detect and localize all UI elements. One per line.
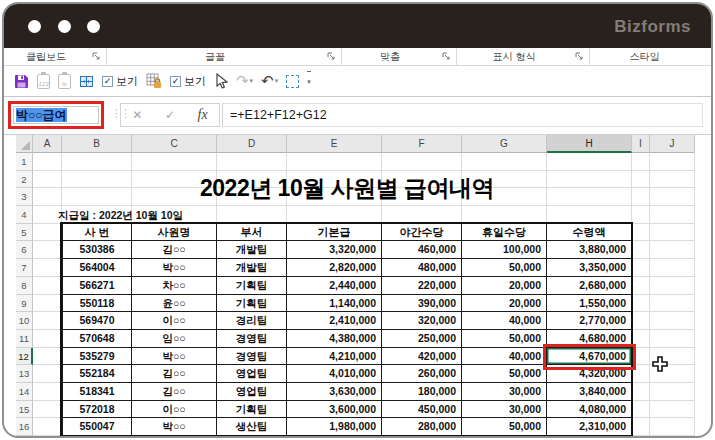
cell-C12[interactable]: 박○○ bbox=[132, 348, 217, 366]
cell-G2[interactable] bbox=[462, 171, 547, 189]
cell-C13[interactable]: 김○○ bbox=[132, 365, 217, 383]
row-header-10[interactable]: 10 bbox=[16, 312, 33, 330]
cell-J13[interactable] bbox=[650, 365, 695, 383]
cell-B16[interactable]: 550047 bbox=[62, 418, 132, 436]
ribbon-group-font[interactable]: 글꼴 bbox=[107, 48, 342, 66]
cell-J12[interactable] bbox=[650, 348, 695, 366]
ribbon-group-clipboard[interactable]: 클립보드 bbox=[4, 48, 107, 66]
selection-expand-button[interactable] bbox=[286, 71, 299, 91]
cell-E6[interactable]: 3,320,000 bbox=[287, 241, 382, 259]
cell-D4[interactable] bbox=[217, 206, 287, 224]
cell-D16[interactable]: 생산팀 bbox=[217, 418, 287, 436]
cell-H3[interactable] bbox=[547, 188, 632, 206]
cell-I17[interactable] bbox=[632, 436, 650, 438]
cell-D15[interactable]: 기획팀 bbox=[217, 401, 287, 419]
cell-H4[interactable] bbox=[547, 206, 632, 224]
cell-G9[interactable]: 20,000 bbox=[462, 295, 547, 313]
cell-F8[interactable]: 220,000 bbox=[382, 277, 462, 295]
cell-G7[interactable]: 50,000 bbox=[462, 259, 547, 277]
cell-J14[interactable] bbox=[650, 383, 695, 401]
cell-I5[interactable] bbox=[632, 224, 650, 242]
cell-C5[interactable]: 사원명 bbox=[132, 224, 217, 242]
cell-A4[interactable] bbox=[33, 206, 62, 224]
dialog-launcher-icon[interactable] bbox=[575, 52, 584, 61]
cell-F16[interactable]: 280,000 bbox=[382, 418, 462, 436]
row-header-4[interactable]: 4 bbox=[16, 206, 33, 224]
paste-formula-button[interactable]: fx bbox=[58, 71, 71, 91]
select-all-corner[interactable] bbox=[16, 135, 33, 153]
formula-input[interactable]: =+E12+F12+G12 bbox=[222, 103, 703, 127]
row-header-11[interactable]: 11 bbox=[16, 330, 33, 348]
cell-F2[interactable] bbox=[382, 171, 462, 189]
cell-I6[interactable] bbox=[632, 241, 650, 259]
column-header-G[interactable]: G bbox=[462, 135, 547, 153]
cell-C15[interactable]: 이○○ bbox=[132, 401, 217, 419]
cell-C7[interactable]: 박○○ bbox=[132, 259, 217, 277]
cell-A7[interactable] bbox=[33, 259, 62, 277]
row-header-9[interactable]: 9 bbox=[16, 295, 33, 313]
cell-B5[interactable]: 사 번 bbox=[62, 224, 132, 242]
cell-H10[interactable]: 2,770,000 bbox=[547, 312, 632, 330]
row-header-12[interactable]: 12 bbox=[16, 348, 33, 366]
cell-H9[interactable]: 1,550,000 bbox=[547, 295, 632, 313]
cell-J16[interactable] bbox=[650, 418, 695, 436]
save-button[interactable] bbox=[14, 71, 29, 91]
ribbon-group-number-format[interactable]: 표시 형식 bbox=[457, 48, 590, 66]
enter-formula-icon[interactable]: ✓ bbox=[165, 108, 175, 122]
cell-E16[interactable]: 1,980,000 bbox=[287, 418, 382, 436]
column-header-H[interactable]: H bbox=[547, 135, 632, 153]
window-dot-icon[interactable] bbox=[87, 20, 100, 33]
cell-H7[interactable]: 3,350,000 bbox=[547, 259, 632, 277]
redo-dropdown-icon[interactable]: ▾ bbox=[250, 77, 254, 85]
cell-G5[interactable]: 휴일수당 bbox=[462, 224, 547, 242]
cell-G6[interactable]: 100,000 bbox=[462, 241, 547, 259]
cell-D7[interactable]: 개발팀 bbox=[217, 259, 287, 277]
protect-table-button[interactable] bbox=[146, 71, 162, 91]
cell-A9[interactable] bbox=[33, 295, 62, 313]
name-box-input[interactable]: 박○○급여 bbox=[13, 106, 99, 124]
cell-A1[interactable] bbox=[33, 153, 62, 171]
row-header-16[interactable]: 16 bbox=[16, 418, 33, 436]
undo-button[interactable]: ↶ ▾ bbox=[261, 71, 278, 91]
cell-G15[interactable]: 30,000 bbox=[462, 401, 547, 419]
cell-A15[interactable] bbox=[33, 401, 62, 419]
cell-B17[interactable]: 560078 bbox=[62, 436, 132, 438]
row-header-15[interactable]: 15 bbox=[16, 401, 33, 419]
cell-E5[interactable]: 기본급 bbox=[287, 224, 382, 242]
cell-C14[interactable]: 김○○ bbox=[132, 383, 217, 401]
cell-H6[interactable]: 3,880,000 bbox=[547, 241, 632, 259]
column-header-D[interactable]: D bbox=[217, 135, 287, 153]
cell-D2[interactable] bbox=[217, 171, 287, 189]
cell-I14[interactable] bbox=[632, 383, 650, 401]
cell-C3[interactable] bbox=[132, 188, 217, 206]
cell-H14[interactable]: 3,840,000 bbox=[547, 383, 632, 401]
cell-H1[interactable] bbox=[547, 153, 632, 171]
cell-C9[interactable]: 윤○○ bbox=[132, 295, 217, 313]
cell-D6[interactable]: 개발팀 bbox=[217, 241, 287, 259]
column-header-E[interactable]: E bbox=[287, 135, 382, 153]
cell-B14[interactable]: 518341 bbox=[62, 383, 132, 401]
cell-I13[interactable] bbox=[632, 365, 650, 383]
cell-E13[interactable]: 4,010,000 bbox=[287, 365, 382, 383]
cell-E3[interactable] bbox=[287, 188, 382, 206]
cell-F12[interactable]: 420,000 bbox=[382, 348, 462, 366]
cell-I9[interactable] bbox=[632, 295, 650, 313]
cell-B12[interactable]: 535279 bbox=[62, 348, 132, 366]
cell-C16[interactable]: 박○○ bbox=[132, 418, 217, 436]
borders-table-button[interactable] bbox=[79, 71, 94, 91]
cell-B15[interactable]: 572018 bbox=[62, 401, 132, 419]
cell-B10[interactable]: 569470 bbox=[62, 312, 132, 330]
cell-G17[interactable]: 30,000 bbox=[462, 436, 547, 438]
cell-I11[interactable] bbox=[632, 330, 650, 348]
cell-A6[interactable] bbox=[33, 241, 62, 259]
cell-D10[interactable]: 경리팀 bbox=[217, 312, 287, 330]
cell-B2[interactable] bbox=[62, 171, 132, 189]
cell-E7[interactable]: 2,820,000 bbox=[287, 259, 382, 277]
row-header-5[interactable]: 5 bbox=[16, 224, 33, 242]
cell-E9[interactable]: 1,140,000 bbox=[287, 295, 382, 313]
cell-C4[interactable] bbox=[132, 206, 217, 224]
cell-A12[interactable] bbox=[33, 348, 62, 366]
cell-G8[interactable]: 20,000 bbox=[462, 277, 547, 295]
cell-A3[interactable] bbox=[33, 188, 62, 206]
row-header-7[interactable]: 7 bbox=[16, 259, 33, 277]
